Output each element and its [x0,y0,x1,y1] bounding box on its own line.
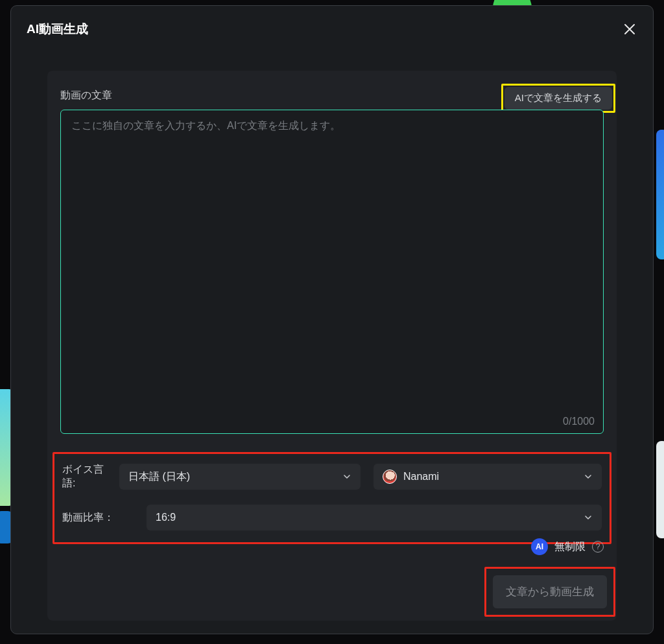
generate-video-button[interactable]: 文章から動画生成 [493,575,607,608]
aspect-ratio-label: 動画比率： [62,511,134,525]
annotation-highlight-red-options: ボイス言語: 日本語 (日本) Nanami [53,452,611,544]
unlimited-label: 無制限 [554,540,586,554]
voice-name-value: Nanami [403,471,439,483]
aspect-ratio-value: 16:9 [156,512,176,523]
aspect-ratio-select[interactable]: 16:9 [147,505,602,531]
help-icon[interactable]: ? [592,541,604,553]
script-textarea[interactable] [60,110,604,434]
bg-thumb-right-2 [656,441,664,538]
ai-badge-icon: AI [531,538,548,555]
voice-avatar-icon [383,470,397,484]
text-section-header: 動画の文章 AIで文章を生成する [47,82,617,108]
dialog-title: AI動画生成 [27,21,88,38]
voice-language-label: ボイス言語: [62,463,106,490]
annotation-highlight-yellow: AIで文章を生成する [501,84,615,113]
dialog-content-panel: 動画の文章 AIで文章を生成する 0/1000 ボイス言語: 日本語 (日本) [47,71,617,621]
voice-language-row: ボイス言語: 日本語 (日本) Nanami [62,463,602,490]
annotation-highlight-red-generate: 文章から動画生成 [484,567,615,617]
ai-generate-text-button[interactable]: AIで文章を生成する [504,87,612,110]
chevron-down-icon [584,472,593,481]
close-button[interactable] [621,20,639,38]
chevron-down-icon [584,513,593,522]
text-section-label: 動画の文章 [60,89,112,102]
voice-language-select[interactable]: 日本語 (日本) [119,464,361,490]
bg-thumb-right-1 [656,130,664,259]
voice-name-select[interactable]: Nanami [374,464,602,490]
script-textarea-wrap: 0/1000 [60,110,604,434]
close-icon [624,23,635,35]
voice-language-value: 日本語 (日本) [128,470,190,484]
aspect-ratio-row: 動画比率： 16:9 [62,505,602,531]
credits-row: AI 無制限 ? [531,538,604,555]
ai-video-gen-dialog: AI動画生成 動画の文章 AIで文章を生成する 0/1000 ボイス言語: 日本… [10,5,654,634]
dialog-header: AI動画生成 [11,6,653,45]
dialog-footer: AI 無制限 ? 文章から動画生成 [47,533,617,621]
chevron-down-icon [342,472,351,481]
